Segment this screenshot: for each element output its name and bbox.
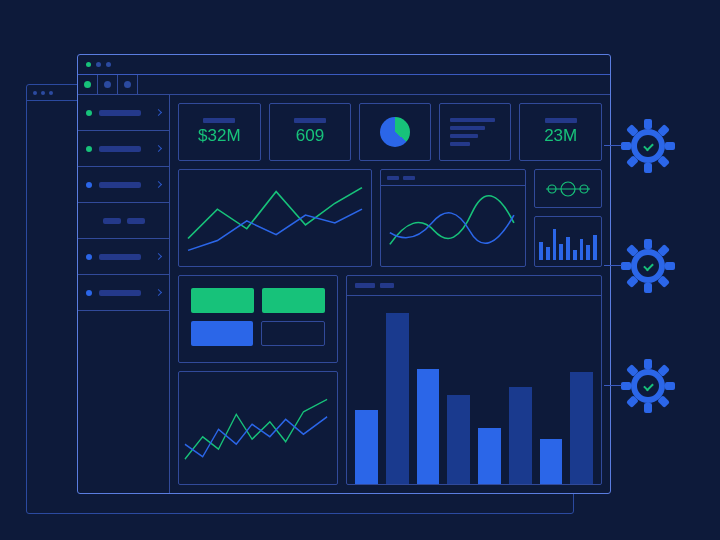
svg-rect-8 xyxy=(665,142,675,150)
mini-bar-chart[interactable] xyxy=(534,216,602,267)
chevron-right-icon xyxy=(155,253,162,260)
block-button[interactable] xyxy=(261,321,325,346)
tab[interactable] xyxy=(118,75,138,94)
status-gears xyxy=(620,118,676,414)
sidebar-item[interactable] xyxy=(78,275,169,311)
chevron-right-icon xyxy=(155,181,162,188)
block-button[interactable] xyxy=(191,321,253,346)
block-button[interactable] xyxy=(262,288,325,313)
sidebar-item[interactable] xyxy=(78,95,169,131)
svg-rect-17 xyxy=(621,262,631,270)
main-content: $32M 609 23M xyxy=(170,95,610,493)
tab[interactable] xyxy=(98,75,118,94)
gear-status xyxy=(620,118,676,174)
metric-value: 609 xyxy=(296,126,324,146)
big-bar-chart[interactable] xyxy=(346,275,602,485)
dashboard-window: $32M 609 23M xyxy=(77,54,611,494)
svg-rect-27 xyxy=(621,382,631,390)
block-button[interactable] xyxy=(191,288,254,313)
svg-rect-28 xyxy=(665,382,675,390)
svg-rect-7 xyxy=(621,142,631,150)
sidebar xyxy=(78,95,170,493)
metric-value: $32M xyxy=(198,126,241,146)
metric-label-placeholder xyxy=(545,118,577,123)
titlebar[interactable] xyxy=(78,55,610,75)
check-icon xyxy=(642,260,654,272)
metric-card-c[interactable]: 23M xyxy=(519,103,602,161)
text-lines-card[interactable] xyxy=(439,103,511,161)
tab-active[interactable] xyxy=(78,75,98,94)
pie-chart-card[interactable] xyxy=(359,103,431,161)
metric-card-b[interactable]: 609 xyxy=(269,103,352,161)
gear-status xyxy=(620,238,676,294)
line-chart-b[interactable] xyxy=(380,169,526,267)
metric-label-placeholder xyxy=(203,118,235,123)
sidebar-item[interactable] xyxy=(78,239,169,275)
window-dot[interactable] xyxy=(96,62,101,67)
bar-series xyxy=(355,298,593,484)
chevron-right-icon xyxy=(155,109,162,116)
line-chart-a[interactable] xyxy=(178,169,372,267)
chevron-right-icon xyxy=(155,145,162,152)
sidebar-item[interactable] xyxy=(78,167,169,203)
svg-rect-26 xyxy=(644,403,652,413)
svg-rect-25 xyxy=(644,359,652,369)
metric-value: 23M xyxy=(544,126,577,146)
svg-rect-16 xyxy=(644,283,652,293)
check-icon xyxy=(642,380,654,392)
mini-line-chart[interactable] xyxy=(178,371,338,485)
metric-card-a[interactable]: $32M xyxy=(178,103,261,161)
window-dot[interactable] xyxy=(106,62,111,67)
svg-rect-18 xyxy=(665,262,675,270)
check-icon xyxy=(642,140,654,152)
pie-chart xyxy=(380,117,410,147)
metric-label-placeholder xyxy=(294,118,326,123)
sidebar-group xyxy=(78,203,169,239)
tab-bar xyxy=(78,75,610,95)
svg-rect-5 xyxy=(644,119,652,129)
diagram-card[interactable] xyxy=(534,169,602,208)
svg-rect-6 xyxy=(644,163,652,173)
window-dot[interactable] xyxy=(86,62,91,67)
svg-rect-15 xyxy=(644,239,652,249)
blocks-card[interactable] xyxy=(178,275,338,363)
gear-status xyxy=(620,358,676,414)
node-diagram-icon xyxy=(542,177,594,201)
sidebar-item[interactable] xyxy=(78,131,169,167)
chevron-right-icon xyxy=(155,289,162,296)
